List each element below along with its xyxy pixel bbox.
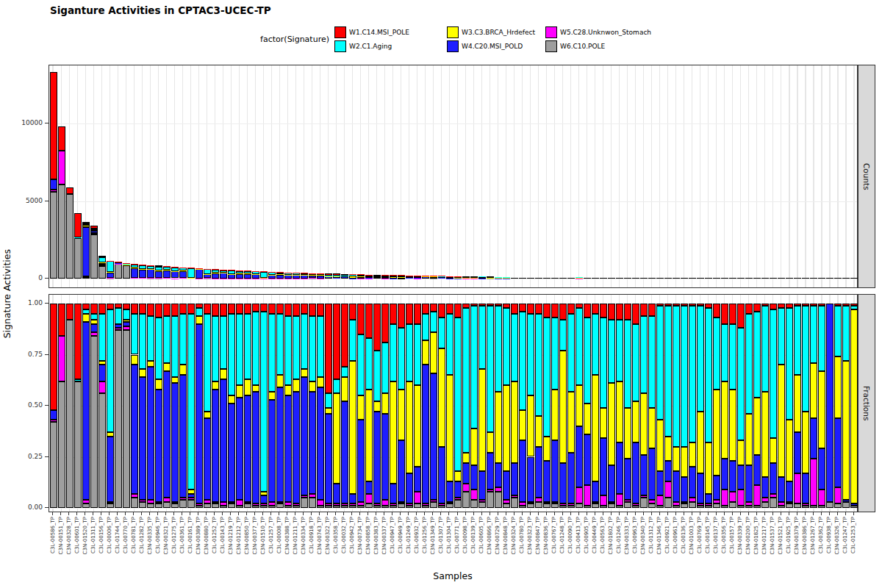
bar-segment (252, 312, 259, 385)
bar-segment (576, 487, 583, 503)
fraction-bar (236, 295, 243, 518)
x-tick-label: C3N-01825_TP (753, 517, 759, 562)
count-bar (576, 65, 583, 289)
bar-segment (656, 304, 664, 306)
bar-segment (462, 308, 470, 453)
count-bar (252, 65, 259, 289)
bar-segment (301, 275, 308, 279)
bar-segment (236, 506, 243, 508)
bar-segment (244, 503, 251, 508)
fraction-bar (794, 295, 801, 518)
fraction-bar (673, 295, 680, 518)
legend-key-swatch (334, 26, 346, 38)
bar-segment (357, 304, 365, 334)
fraction-bar (252, 295, 259, 518)
near-zero-bar-outline (753, 278, 761, 279)
fraction-bar (66, 295, 74, 518)
fraction-bar (333, 295, 340, 518)
bar-segment (276, 375, 284, 387)
bar-segment (325, 408, 332, 414)
bar-segment (204, 304, 211, 314)
bar-segment (333, 503, 340, 506)
bar-segment (390, 276, 397, 277)
bar-segment (406, 278, 413, 279)
bar-segment (519, 410, 526, 441)
count-bar (600, 65, 607, 289)
fraction-bar (713, 295, 720, 518)
x-tick-label: C3L-01253_TP (850, 517, 856, 562)
bar-segment (519, 304, 526, 312)
bar-segment (325, 273, 332, 276)
bar-segment (390, 381, 397, 484)
bar-segment (446, 375, 453, 481)
legend-key-swatch (334, 40, 346, 52)
bar-segment (648, 304, 656, 316)
bar-segment (584, 304, 591, 318)
bar-segment (293, 379, 300, 392)
bar-segment (761, 502, 769, 508)
bar-segment (228, 314, 235, 395)
bar-segment (82, 304, 90, 309)
x-tick-label: C3L-00781_TP (131, 517, 137, 562)
count-bar (487, 65, 494, 289)
near-zero-bar-outline (681, 278, 688, 279)
fraction-bar (535, 295, 542, 518)
bar-segment (179, 268, 187, 268)
x-tick-mark (595, 512, 595, 515)
bar-segment (309, 498, 316, 508)
fraction-bar (301, 295, 308, 518)
bar-segment (600, 506, 607, 508)
bar-segment (341, 401, 348, 503)
bar-segment (446, 276, 453, 277)
bar-segment (761, 477, 769, 498)
bar-segment (179, 278, 187, 279)
bar-segment (543, 502, 551, 504)
count-bar (810, 65, 817, 289)
bar-segment (98, 381, 106, 394)
bar-segment (478, 369, 486, 471)
bar-segment (664, 304, 672, 306)
bar-segment (123, 309, 130, 320)
y-tick-label: 5000 (13, 197, 43, 204)
count-bar (818, 65, 825, 289)
bar-segment (535, 416, 542, 447)
count-bar (244, 65, 251, 289)
bar-segment (438, 506, 445, 508)
bar-segment (381, 506, 389, 508)
bar-segment (745, 465, 753, 502)
bar-segment (260, 304, 268, 312)
bar-segment (365, 275, 373, 276)
x-tick-label: C3L-01282_TP (139, 517, 145, 562)
bar-segment (147, 265, 154, 266)
bar-segment (284, 273, 292, 273)
y-tick-label: 1.00 (13, 299, 43, 306)
bar-segment (317, 387, 324, 500)
x-tick-label: C3L-00963_TP (632, 517, 638, 562)
bar-segment (204, 503, 211, 508)
x-tick-label: C3N-00743_TP (317, 517, 323, 562)
bar-segment (317, 304, 324, 316)
fraction-bar (470, 295, 478, 518)
bar-segment (422, 276, 429, 279)
bar-segment (527, 502, 534, 504)
x-tick-mark (343, 512, 344, 515)
bar-segment (244, 379, 251, 395)
bar-segment (608, 465, 615, 502)
bar-segment (212, 316, 219, 381)
bar-segment (187, 500, 195, 508)
fraction-bar (519, 295, 526, 518)
count-bar (770, 65, 777, 289)
count-bar (786, 65, 793, 289)
fraction-bar (737, 295, 745, 518)
bar-segment (139, 265, 146, 265)
fraction-bar (276, 295, 284, 518)
bar-segment (90, 230, 98, 232)
bar-segment (761, 306, 769, 392)
x-tick-label: C3L-01256_TP (422, 517, 428, 562)
fraction-bar (632, 295, 639, 518)
x-tick-label: C3L-00156_TP (98, 517, 104, 562)
bar-segment (697, 304, 704, 306)
legend-entry: W6.C10.POLE (545, 40, 651, 52)
bar-segment (519, 440, 526, 501)
bar-segment (478, 500, 486, 502)
